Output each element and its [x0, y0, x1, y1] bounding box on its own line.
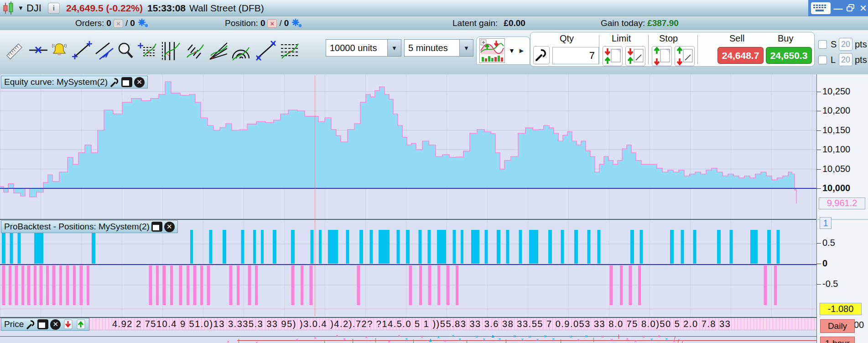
arcs-tool[interactable]	[230, 39, 251, 63]
regression-line-tool[interactable]	[255, 39, 276, 63]
short-positions-bar	[73, 265, 76, 305]
parallel-lines-tool[interactable]	[94, 39, 115, 63]
short-positions-bar	[357, 265, 360, 305]
fibonacci-levels-tool[interactable]	[279, 39, 300, 63]
latent-gain-value: £0.00	[504, 18, 525, 28]
equity-price-axis: 10,25010,20010,15010,10010,05010,0009,96…	[816, 74, 868, 219]
instrument-dropdown-icon[interactable]: ▼	[18, 5, 24, 11]
sell-price-button[interactable]: 24,648.7	[717, 47, 764, 64]
trade-marker: ×	[658, 334, 660, 338]
ruler-tool[interactable]	[5, 39, 26, 63]
axis-tick	[817, 169, 821, 170]
limit-checkbox[interactable]	[818, 56, 827, 64]
long-positions-bar	[428, 230, 431, 264]
panel-collapse-icon[interactable]: ▶	[520, 47, 524, 54]
long-positions-bar	[574, 230, 578, 264]
price-close-icon[interactable]: ✕	[50, 319, 61, 330]
price-panel[interactable]: 4.92 2 7510.4 9 51.0)13 3.335.3 33 95) )…	[0, 317, 816, 343]
fan-lines-tool[interactable]	[208, 39, 229, 63]
trendline-tool[interactable]	[72, 39, 93, 63]
long-positions-bar	[548, 230, 552, 264]
close-position-icon[interactable]: ×	[267, 19, 277, 28]
vertical-lines-tool[interactable]	[161, 39, 182, 63]
long-positions-bar	[693, 230, 696, 264]
gain-today-label: Gain today:	[601, 18, 645, 28]
sell-order-doc-icon[interactable]	[62, 319, 73, 330]
hatch-lines-tool[interactable]	[184, 39, 205, 63]
price-settings-wrench-icon[interactable]	[26, 319, 36, 330]
short-positions-bar	[764, 265, 767, 305]
price-detach-window-icon[interactable]	[37, 319, 48, 329]
timeframe-button-1-hour[interactable]: 1 hour	[820, 337, 855, 343]
buy-order-doc-icon[interactable]	[75, 319, 86, 330]
long-positions-bar	[328, 230, 338, 264]
equity-axis-label: 10,050	[822, 164, 850, 174]
minimize-icon[interactable]: —	[833, 3, 843, 14]
buy-stop-order-button[interactable]	[675, 46, 695, 66]
buy-limit-order-button[interactable]	[603, 46, 623, 66]
positions-detach-window-icon[interactable]	[151, 222, 162, 232]
chart-type-dropdown-icon[interactable]: ▼	[509, 47, 515, 54]
timeframe-select-arrow-icon[interactable]: ▼	[459, 40, 473, 56]
stop-checkbox[interactable]	[818, 40, 827, 49]
trade-marker: |	[466, 339, 468, 343]
short-positions-bar	[170, 265, 173, 305]
close-window-icon[interactable]: ✕	[858, 3, 868, 14]
trade-marker: ×	[642, 334, 645, 339]
units-select[interactable]: 10000 units ▼	[326, 39, 401, 57]
axis-tick	[817, 243, 821, 244]
indicator-window-tool[interactable]	[137, 39, 158, 63]
position-slash: /	[279, 18, 281, 28]
trade-marker: ×	[421, 334, 423, 339]
trade-marker: ×	[513, 334, 516, 338]
latent-gain-label: Latent gain:	[452, 18, 498, 28]
trade-marker: ×	[552, 337, 555, 341]
equity-settings-wrench-icon[interactable]	[109, 77, 120, 88]
trade-marker: /	[678, 338, 679, 343]
orders-settings-gear-icon[interactable]	[137, 18, 149, 28]
sell-stop-order-button[interactable]	[652, 46, 672, 66]
trade-marker: ×	[536, 338, 539, 342]
last-price: 24,649.5 (-0.22%)	[66, 3, 143, 14]
short-positions-bar	[310, 265, 313, 305]
trade-marker: ▲	[490, 333, 495, 338]
equity-curve-plot[interactable]	[0, 74, 816, 219]
restore-icon[interactable]	[846, 3, 855, 14]
symbol-name: DJI	[26, 2, 42, 14]
short-positions-bar	[80, 265, 83, 305]
order-settings-wrench-button[interactable]	[533, 46, 550, 64]
keyboard-icon[interactable]	[811, 2, 831, 14]
qty-header: Qty	[560, 33, 574, 44]
price-level-line	[0, 336, 816, 337]
timeframe-select[interactable]: 5 minutes ▼	[404, 39, 473, 57]
overlapping-price-labels: 4.92 2 7510.4 9 51.0)13 3.335.3 33 95) )…	[112, 319, 816, 329]
equity-detach-window-icon[interactable]	[121, 77, 132, 87]
status-bar: Orders: 0 × / 0 Position: 0 × / 0 Latent…	[0, 16, 868, 30]
equity-close-icon[interactable]: ✕	[134, 77, 145, 88]
positions-current-value: -1.080	[820, 303, 862, 315]
buy-header: Buy	[778, 33, 793, 44]
qty-input[interactable]	[552, 47, 599, 64]
chart-type-button[interactable]	[479, 38, 505, 63]
units-select-arrow-icon[interactable]: ▼	[387, 40, 401, 56]
trade-marker: ▲	[428, 338, 433, 342]
info-icon[interactable]: i	[48, 3, 60, 14]
long-positions-bar	[529, 230, 538, 264]
buy-price-button[interactable]: 24,650.3	[766, 47, 812, 64]
limit-pts-input[interactable]: 20	[839, 53, 852, 66]
latent-gain-status: Latent gain: £0.00	[452, 18, 525, 28]
sell-limit-order-button[interactable]	[625, 46, 645, 66]
equity-curve-area	[0, 82, 796, 203]
short-positions-bar	[456, 265, 458, 305]
stop-pts-input[interactable]: 20	[839, 38, 852, 51]
cancel-orders-icon[interactable]: ×	[114, 19, 123, 28]
alarm-bell-tool[interactable]	[49, 39, 70, 63]
alert-line-tool[interactable]	[28, 39, 49, 63]
timeframe-button-daily[interactable]: Daily	[820, 319, 855, 333]
long-positions-bar	[34, 230, 43, 264]
positions-close-icon[interactable]: ✕	[164, 222, 175, 232]
positions-plot[interactable]	[0, 219, 816, 317]
short-positions-bar	[193, 265, 197, 305]
zoom-tool[interactable]	[115, 39, 136, 63]
position-settings-gear-icon[interactable]	[291, 18, 303, 28]
